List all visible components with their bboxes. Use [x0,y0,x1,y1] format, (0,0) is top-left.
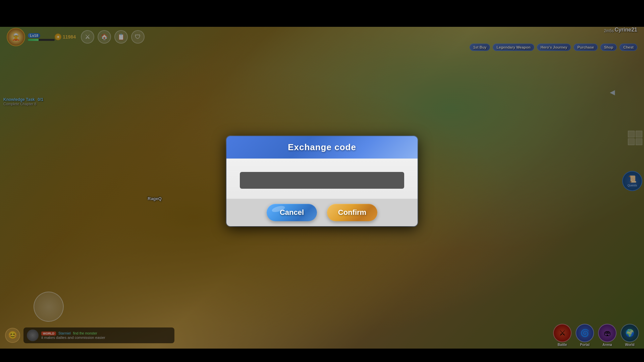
dialog-title: Exchange code [288,142,356,152]
dialog-footer: Cancel Confirm [226,199,418,226]
code-input-field[interactable] [240,172,404,189]
modal-overlay: Exchange code Cancel Confirm [0,0,644,362]
dialog-header: Exchange code [226,136,418,159]
cancel-button[interactable]: Cancel [267,204,317,221]
confirm-button[interactable]: Confirm [327,204,377,221]
dialog-body [226,159,418,199]
exchange-code-dialog: Exchange code Cancel Confirm [226,136,418,226]
